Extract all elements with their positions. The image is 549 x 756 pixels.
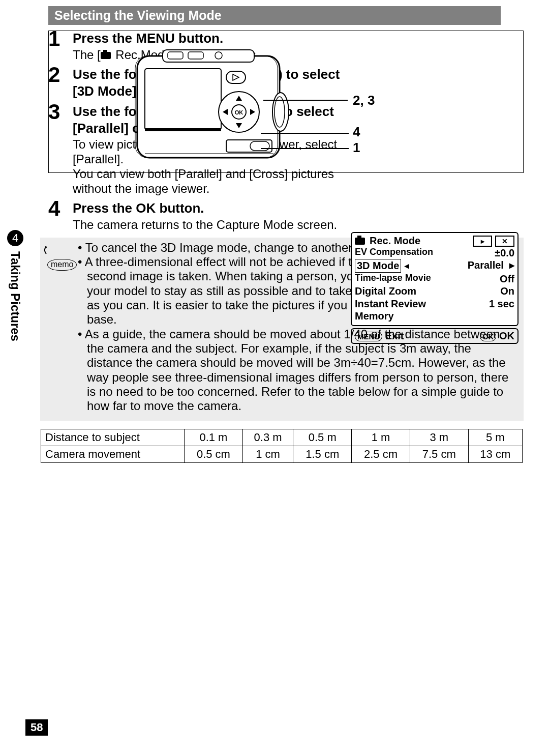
callout-1: 1 [353, 140, 360, 156]
table-cell: 0.5 cm [185, 446, 243, 462]
svg-rect-20 [250, 141, 269, 151]
table-cell: 0.1 m [185, 429, 243, 446]
rec-label: Digital Zoom [355, 285, 416, 297]
leader-line [261, 133, 349, 134]
rec-label: Time-lapse Movie [355, 273, 431, 285]
rec-label: Memory [355, 310, 394, 322]
rec-label-highlight: 3D Mode [355, 259, 401, 272]
chapter-number: 4 [7, 230, 23, 246]
rec-label: EV Compensation [355, 247, 433, 259]
step-title: Press the OK button. [73, 200, 524, 217]
rec-title-row: Rec. Mode ▸ ✕ [355, 235, 514, 247]
svg-rect-4 [188, 52, 203, 59]
table-cell: 7.5 cm [410, 446, 468, 462]
rec-title: Rec. Mode [370, 235, 420, 247]
rec-footer: MENU Exit OK OK [351, 328, 518, 344]
callout-2-3: 2, 3 [353, 93, 375, 108]
step-number: 4 [48, 198, 73, 232]
rec-value: On [500, 285, 514, 297]
table-row-label: Distance to subject [41, 429, 185, 446]
table-row: Camera movement 0.5 cm 1 cm 1.5 cm 2.5 c… [41, 446, 523, 462]
table-cell: 1.5 cm [293, 446, 352, 462]
chapter-label: Taking Pictures [8, 251, 22, 341]
rec-row-memory: Memory [355, 310, 514, 322]
distance-table: Distance to subject 0.1 m 0.3 m 0.5 m 1 … [41, 429, 523, 463]
step-text: The camera returns to the Capture Mode s… [73, 218, 524, 232]
rec-mode-panel: Rec. Mode ▸ ✕ EV Compensation ±0.0 3D Mo… [351, 232, 518, 344]
table-row: Distance to subject 0.1 m 0.3 m 0.5 m 1 … [41, 429, 523, 446]
rec-row-instantreview: Instant Review 1 sec [355, 298, 514, 310]
rec-row-ev: EV Compensation ±0.0 [355, 247, 514, 259]
leader-line [261, 148, 349, 149]
play-tab-icon: ▸ [473, 236, 492, 247]
table-cell: 5 m [468, 429, 522, 446]
rec-label: Instant Review [355, 298, 426, 310]
tool-tab-icon: ✕ [495, 236, 514, 247]
table-cell: 3 m [410, 429, 468, 446]
step-4: 4 Press the OK button. The camera return… [48, 198, 524, 232]
svg-point-5 [215, 52, 222, 59]
table-row-label: Camera movement [41, 446, 185, 462]
camera-icon [101, 52, 111, 59]
section-header: Selecting the Viewing Mode [48, 6, 501, 25]
rec-value: ±0.0 [495, 247, 514, 259]
table-cell: 1 cm [242, 446, 293, 462]
camera-icon [355, 238, 365, 245]
svg-rect-8 [226, 71, 246, 83]
chapter-tab: 4 Taking Pictures [0, 230, 30, 341]
table-cell: 0.3 m [242, 429, 293, 446]
menu-button-label: MENU [355, 332, 382, 341]
exit-label: Exit [385, 330, 404, 341]
rec-value: Parallel [468, 259, 504, 271]
rec-value: 1 sec [489, 298, 514, 310]
page-number: 58 [25, 719, 48, 736]
table-cell: 0.5 m [293, 429, 352, 446]
svg-rect-6 [145, 69, 221, 130]
leader-line [263, 100, 348, 101]
rec-row-timelapse: Time-lapse Movie Off [355, 273, 514, 285]
rec-value: Off [500, 273, 514, 285]
table-cell: 13 cm [468, 446, 522, 462]
svg-point-18 [274, 97, 285, 127]
rec-row-digitalzoom: Digital Zoom On [355, 285, 514, 297]
memo-badge: memo [47, 259, 77, 271]
svg-text:OK: OK [235, 109, 243, 115]
camera-illustration: OK [61, 41, 341, 168]
memo-icon: memo [42, 241, 78, 414]
svg-rect-3 [168, 52, 183, 59]
svg-point-22 [45, 246, 47, 248]
ok-label: OK [499, 330, 514, 341]
rec-row-3dmode: 3D Mode ◂ Parallel ▸ [355, 259, 514, 272]
table-cell: 2.5 cm [352, 446, 410, 462]
ok-button-label: OK [480, 332, 497, 341]
table-cell: 1 m [352, 429, 410, 446]
callout-4: 4 [353, 124, 360, 140]
